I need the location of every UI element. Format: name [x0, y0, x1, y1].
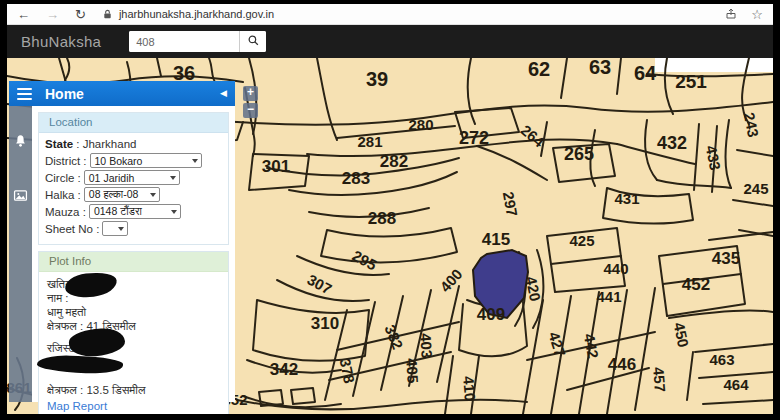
circle-select[interactable]: 01 Jaridih: [84, 170, 180, 185]
plot-number-label: 272: [459, 128, 489, 148]
browser-reload-icon[interactable]: ↻: [75, 8, 86, 21]
notifications-bell-icon[interactable]: [13, 134, 28, 149]
plot-number-label: 245: [743, 180, 768, 197]
sheet-select[interactable]: [102, 221, 128, 236]
plot-number-label: 39: [366, 68, 388, 90]
plot-info-title: Plot Info: [39, 252, 228, 272]
plot-number-label: 280: [408, 116, 433, 133]
zoom-out-button[interactable]: −: [243, 103, 258, 118]
state-row: State : Jharkhand: [45, 138, 222, 150]
plot-number-label: 415: [482, 230, 510, 249]
plot-search-box: [129, 31, 266, 52]
district-select[interactable]: 10 Bokaro: [90, 153, 202, 168]
circle-value: 01 Jaridih: [89, 172, 135, 184]
plot-search-input[interactable]: [129, 31, 239, 52]
plot-number-label: 281: [357, 133, 382, 150]
plot-number-label: 435: [712, 249, 740, 268]
lock-icon: [102, 9, 113, 20]
location-panel-title: Location: [39, 113, 228, 133]
search-button[interactable]: [239, 31, 266, 52]
plot-number-label: 410: [460, 375, 479, 401]
halka-select[interactable]: 08 हल्का-08: [84, 187, 160, 202]
plot-number-label: 431: [614, 190, 639, 207]
district-value: 10 Bokaro: [95, 155, 143, 167]
halka-row: Halka : 08 हल्का-08: [45, 187, 222, 202]
map-report-link[interactable]: Map Report: [47, 399, 220, 413]
plot-number-label: 452: [682, 275, 710, 294]
map-empty-area: [655, 58, 773, 72]
mauza-select[interactable]: 0148 टौंडरा: [89, 204, 181, 219]
browser-back-icon[interactable]: ←: [17, 8, 30, 21]
area-value-2: क्षेत्रफल : 13.5 डिसमील: [47, 383, 220, 397]
screenshot-frame: ← → ↻ jharbhunaksha.jharkhand.gov.in ☆ B…: [7, 4, 773, 414]
plot-number-label: 283: [342, 169, 370, 188]
state-value: : Jharkhand: [76, 138, 136, 150]
plot-number-label: 457: [650, 366, 669, 392]
bookmark-star-icon[interactable]: ☆: [751, 7, 763, 22]
app-header: BhuNaksha: [7, 25, 773, 58]
plot-number-label: 64: [634, 62, 657, 84]
sheet-row: Sheet No :: [45, 221, 222, 236]
sheet-label: Sheet No :: [45, 223, 99, 235]
plot-number-label: 441: [596, 288, 621, 305]
plot-number-label: 301: [262, 157, 290, 176]
area-value-1: क्षेत्रफल : 41 डिसमील: [47, 319, 220, 333]
chevron-down-icon: [118, 227, 124, 231]
plot-number-label: 446: [608, 355, 636, 374]
share-icon[interactable]: [725, 8, 737, 20]
state-label: State: [45, 138, 73, 150]
sidebar-header: Home ◀: [9, 81, 235, 106]
map-zoom-control: + −: [243, 86, 258, 118]
plot-number-label: 62: [528, 58, 550, 80]
plot-number-label: 405: [403, 358, 421, 384]
basemap-image-icon[interactable]: [13, 188, 28, 203]
halka-value: 08 हल्का-08: [89, 188, 139, 201]
plot-number-label: 251: [675, 71, 707, 92]
plot-number-label: 409: [477, 305, 505, 324]
sidebar-icon-strip: [9, 106, 32, 402]
plot-number-label: 288: [368, 209, 396, 228]
district-label: District :: [45, 155, 87, 167]
district-row: District : 10 Bokaro: [45, 153, 222, 168]
halka-label: Halka :: [45, 189, 81, 201]
plot-number-label: 310: [311, 314, 339, 333]
chevron-down-icon: [171, 210, 177, 214]
plot-number-label: 282: [380, 152, 408, 171]
plot-number-label: 342: [270, 360, 298, 379]
circle-row: Circle : 01 Jaridih: [45, 170, 222, 185]
cadastral-map[interactable]: 3639626364251352802812722642654324334312…: [7, 58, 773, 414]
app-title: BhuNaksha: [21, 33, 101, 50]
chevron-down-icon: [192, 159, 198, 163]
circle-label: Circle :: [45, 172, 81, 184]
plot-number-label: 63: [589, 58, 611, 78]
sidebar: Home ◀ Location State : Jharkhan: [9, 81, 235, 106]
chevron-down-icon: [170, 176, 176, 180]
plot-number-label: 432: [657, 133, 687, 153]
plot-number-label: 425: [569, 232, 594, 249]
plot-info-panel: Plot Info खतियान : नाम : धामु महतो क्षेत…: [38, 251, 229, 414]
search-icon: [247, 33, 260, 51]
address-bar-url[interactable]: jharbhunaksha.jharkhand.gov.in: [119, 8, 274, 20]
plot-number-label: 463: [709, 351, 734, 368]
home-title: Home: [45, 86, 84, 102]
collapse-panel-icon[interactable]: ◀: [220, 89, 227, 98]
location-panel: Location State : Jharkhand District : 10…: [38, 112, 229, 245]
sidebar-panel-body: Location State : Jharkhand District : 10…: [32, 106, 235, 402]
mauza-label: Mauza :: [45, 206, 86, 218]
mauza-value: 0148 टौंडरा: [94, 205, 142, 218]
browser-toolbar: ← → ↻ jharbhunaksha.jharkhand.gov.in ☆: [7, 4, 773, 25]
menu-hamburger-icon[interactable]: [17, 88, 32, 100]
chevron-down-icon: [150, 193, 156, 197]
owner-name: धामु महतो: [47, 305, 220, 319]
plot-number-label: 265: [564, 144, 594, 164]
browser-forward-icon[interactable]: →: [46, 8, 59, 21]
mauza-row: Mauza : 0148 टौंडरा: [45, 204, 222, 219]
plot-number-label: 403: [417, 333, 435, 359]
zoom-in-button[interactable]: +: [243, 86, 258, 101]
plot-number-label: 464: [723, 376, 749, 393]
plot-number-label: 440: [603, 260, 628, 277]
